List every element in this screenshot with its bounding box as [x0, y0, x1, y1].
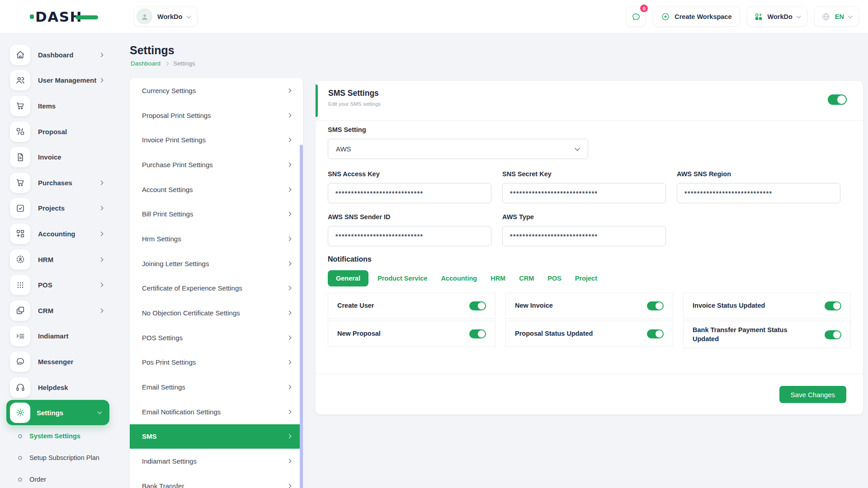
sidebar-item-items[interactable]: Items	[0, 93, 118, 119]
language-selector[interactable]: EN	[814, 6, 859, 27]
settings-menu-item-no-objection[interactable]: No Objection Certificate Settings	[130, 300, 303, 325]
aws-type-input[interactable]	[502, 226, 666, 246]
sidebar-item-indiamart[interactable]: Indiamart	[0, 324, 118, 349]
settings-menu-item-purchase-print[interactable]: Purchase Print Settings	[130, 152, 303, 177]
chevron-down-icon	[848, 14, 853, 18]
panel-subtitle: Edit your SMS settings	[328, 101, 863, 107]
sidebar-item-user-management[interactable]: User Management	[0, 68, 118, 94]
header-actions: 0 Create Workspace WorkDo EN	[626, 6, 859, 27]
tab-accounting[interactable]: Accounting	[434, 270, 484, 286]
sidebar-item-crm[interactable]: CRM	[0, 298, 118, 324]
settings-menu-item-pos-print[interactable]: Pos Print Settings	[130, 350, 303, 375]
save-changes-button[interactable]: Save Changes	[779, 386, 846, 403]
sidebar-item-accounting[interactable]: Accounting	[0, 221, 118, 247]
toggle-row-new-invoice: New Invoice	[505, 293, 673, 319]
aws-sns-sender-id-label: AWS SNS Sender ID	[328, 213, 491, 221]
proposal-status-updated-toggle[interactable]	[647, 329, 664, 338]
breadcrumb-current: Settings	[173, 60, 195, 67]
sidebar-item-proposal[interactable]: Proposal	[0, 119, 118, 145]
chevron-right-icon	[287, 212, 292, 216]
sidebar: Dashboard User Management Items Proposal…	[0, 33, 118, 488]
settings-menu-item-invoice-print[interactable]: Invoice Print Settings	[130, 127, 303, 152]
sidebar-item-projects[interactable]: Projects	[0, 196, 118, 221]
settings-menu-item-joining-letter[interactable]: Joining Letter Settings	[130, 251, 303, 276]
settings-menu-item-email-notification[interactable]: Email Notification Settings	[130, 399, 303, 424]
settings-menu-item-account[interactable]: Account Settings	[130, 177, 303, 202]
tab-general[interactable]: General	[328, 270, 368, 286]
sidebar-item-settings[interactable]: Settings	[6, 400, 109, 425]
toggle-row-new-proposal: New Proposal	[328, 321, 495, 347]
sms-settings-panel: SMS Settings Edit your SMS settings SMS …	[316, 81, 863, 414]
messages-button[interactable]: 0	[626, 6, 646, 27]
chevron-right-icon	[287, 162, 292, 167]
settings-menu-item-currency[interactable]: Currency Settings	[130, 78, 303, 103]
sidebar-item-invoice[interactable]: Invoice	[0, 144, 118, 170]
tab-pos[interactable]: POS	[541, 270, 568, 286]
bank-transfer-payment-toggle[interactable]	[825, 330, 841, 339]
swap-squares-icon	[15, 127, 25, 136]
sms-enabled-toggle[interactable]	[828, 94, 847, 105]
sns-access-key-label: SNS Access Key	[328, 170, 491, 178]
sidebar-item-hrm[interactable]: HRM	[0, 247, 118, 272]
app-switcher[interactable]: WorkDo	[747, 6, 807, 27]
chevron-right-icon	[287, 335, 292, 340]
create-workspace-label: Create Workspace	[675, 13, 731, 20]
brand-logo[interactable]: DASH	[30, 8, 98, 26]
chevron-down-icon	[98, 410, 102, 414]
workspace-switcher[interactable]: WorkDo	[134, 6, 198, 27]
tab-product-service[interactable]: Product Service	[371, 270, 434, 286]
check-square-icon	[15, 203, 25, 213]
chevron-right-icon	[99, 206, 104, 211]
chevron-right-icon	[287, 483, 292, 488]
scrollbar[interactable]	[300, 145, 303, 488]
settings-menu-item-pos[interactable]: POS Settings	[130, 325, 303, 350]
chevron-right-icon	[99, 308, 104, 313]
notification-toggle-grid: Create User New Proposal New Invoice Pro…	[328, 293, 851, 348]
chevron-right-icon	[287, 261, 292, 266]
sidebar-item-helpdesk[interactable]: Helpdesk	[0, 375, 118, 400]
person-icon	[140, 12, 149, 21]
settings-menu-item-sms[interactable]: SMS	[130, 424, 303, 449]
settings-menu-item-hrm[interactable]: Hrm Settings	[130, 226, 303, 251]
new-invoice-toggle[interactable]	[647, 301, 664, 310]
toggle-row-bank-transfer-payment: Bank Transfer Payment Status Updated	[683, 321, 851, 348]
new-proposal-toggle[interactable]	[469, 329, 486, 338]
dots-grid-icon	[15, 280, 25, 290]
settings-menu-item-email[interactable]: Email Settings	[130, 375, 303, 399]
sns-secret-key-input[interactable]	[502, 183, 666, 203]
chevron-right-icon	[99, 78, 104, 83]
person-dashed-circle-icon	[15, 254, 25, 264]
sms-setting-select[interactable]: AWS	[328, 139, 588, 159]
chevron-right-icon	[287, 385, 292, 389]
breadcrumb-dashboard-link[interactable]: Dashboard	[131, 60, 160, 67]
tab-project[interactable]: Project	[568, 270, 604, 286]
tab-crm[interactable]: CRM	[512, 270, 541, 286]
toggle-row-proposal-status-updated: Proposal Status Updated	[505, 321, 673, 347]
chevron-right-icon	[287, 138, 292, 142]
settings-menu-item-bank-transfer[interactable]: Bank Transfer	[130, 474, 303, 488]
sidebar-item-purchases[interactable]: Purchases	[0, 170, 118, 196]
page-title: Settings	[130, 44, 175, 57]
gear-icon	[15, 408, 25, 418]
circle-icon	[18, 456, 22, 460]
sns-access-key-input[interactable]	[328, 183, 491, 203]
aws-sns-sender-id-input[interactable]	[328, 226, 491, 246]
tab-hrm[interactable]: HRM	[484, 270, 512, 286]
invoice-status-updated-toggle[interactable]	[825, 301, 841, 310]
settings-menu-item-proposal-print[interactable]: Proposal Print Settings	[130, 103, 303, 128]
create-user-toggle[interactable]	[469, 301, 486, 310]
document-icon	[15, 152, 25, 162]
create-workspace-button[interactable]: Create Workspace	[653, 6, 740, 27]
sidebar-item-messenger[interactable]: Messenger	[0, 349, 118, 375]
sidebar-subitem-order[interactable]: Order	[0, 469, 118, 488]
settings-menu-item-indiamart[interactable]: Indiamart Settings	[130, 449, 303, 474]
chevron-right-icon	[287, 237, 292, 241]
aws-sns-region-input[interactable]	[677, 183, 840, 203]
sidebar-subitem-setup-subscription-plan[interactable]: Setup Subscription Plan	[0, 447, 118, 469]
settings-menu-item-bill-print[interactable]: Bill Print Settings	[130, 202, 303, 226]
sidebar-item-pos[interactable]: POS	[0, 272, 118, 298]
sidebar-subitem-system-settings[interactable]: System Settings	[0, 425, 118, 447]
chevron-right-icon	[287, 88, 292, 93]
sidebar-item-dashboard[interactable]: Dashboard	[0, 42, 118, 68]
settings-menu-item-certificate-experience[interactable]: Certificate of Experience Settings	[130, 276, 303, 301]
